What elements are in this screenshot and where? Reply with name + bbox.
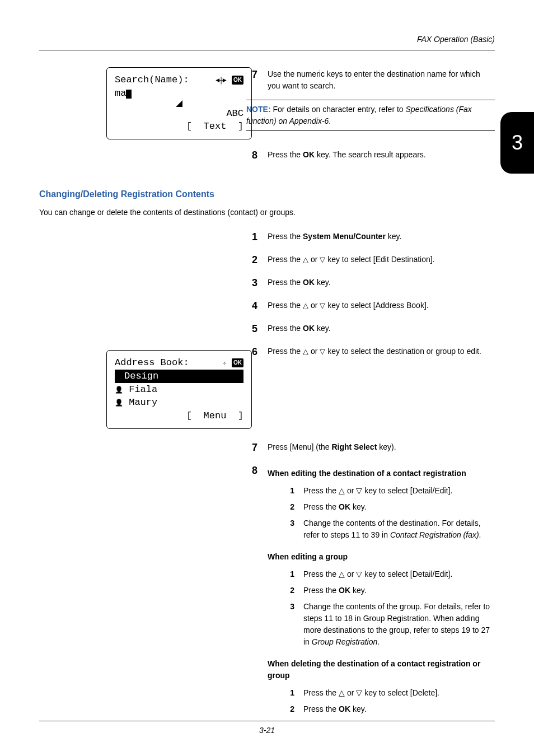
up-triangle-icon: △: [339, 486, 345, 495]
list-item: Fiala: [115, 383, 243, 396]
note-box: NOTE: For details on character entry, re…: [246, 100, 495, 131]
section-heading: Changing/Deleting Registration Contents: [39, 188, 495, 201]
down-triangle-icon: ▽: [356, 570, 362, 578]
lcd-icons: ✧ OK: [223, 356, 243, 370]
lcd-address-box: Address Book: ✧ OK Design Fiala Maury [ …: [106, 350, 252, 429]
note-label: NOTE:: [246, 105, 271, 114]
step-text: Use the numeric keys to enter the destin…: [268, 67, 495, 92]
step-number: 3: [246, 276, 257, 291]
up-triangle-icon: △: [339, 688, 345, 697]
list-item-selected: Design: [115, 370, 243, 383]
step-number: 8: [246, 463, 257, 720]
up-triangle-icon: △: [303, 301, 308, 310]
cursor-icon: [126, 90, 132, 99]
signal-icon: [176, 100, 182, 107]
down-triangle-icon: ▽: [320, 301, 325, 310]
step-number: 1: [246, 230, 257, 245]
step-text: key. The search result appears.: [315, 150, 426, 159]
step-text: Press the: [268, 150, 303, 159]
person-icon: [115, 384, 123, 395]
step-number: 2: [246, 253, 257, 268]
section-intro: You can change or delete the contents of…: [39, 207, 495, 218]
key-name: OK: [303, 150, 315, 159]
lcd-input: ma: [115, 88, 126, 99]
person-icon: [115, 397, 123, 408]
up-triangle-icon: △: [339, 570, 345, 578]
step-number: 7: [246, 67, 257, 92]
down-triangle-icon: ▽: [320, 255, 325, 264]
step-number: 6: [246, 344, 257, 360]
lcd-mode: ABC: [226, 107, 243, 120]
lcd-softkey: [ Menu ]: [186, 409, 243, 423]
group-icon: [116, 371, 124, 381]
lcd-icons: ◄┼► OK: [216, 73, 243, 87]
lcd-title: Address Book:: [115, 356, 189, 370]
sub-heading: When editing a group: [268, 551, 495, 563]
step-number: 4: [246, 298, 257, 314]
list-item: Maury: [115, 396, 243, 409]
lcd-search-box: Search(Name): ◄┼► OK ma ABC [ Text ]: [106, 67, 252, 139]
lcd-softkey: [ Text ]: [186, 120, 243, 133]
note-post: .: [329, 116, 331, 125]
lcd-title: Search(Name):: [115, 73, 189, 87]
chapter-tab: 3: [500, 112, 534, 174]
page-footer: 3-21: [39, 721, 495, 736]
down-triangle-icon: ▽: [356, 688, 362, 697]
page-header: FAX Operation (Basic): [39, 34, 495, 50]
sub-heading: When deleting the destination of a conta…: [268, 658, 495, 682]
step-number: 8: [246, 148, 257, 163]
up-triangle-icon: △: [303, 347, 308, 356]
step-number: 7: [246, 440, 257, 455]
down-triangle-icon: ▽: [320, 347, 325, 356]
up-triangle-icon: △: [303, 255, 308, 264]
sub-heading: When editing the destination of a contac…: [268, 468, 495, 479]
step-number: 5: [246, 321, 257, 337]
down-triangle-icon: ▽: [356, 486, 362, 495]
note-text: For details on character entry, refer to: [271, 105, 406, 114]
